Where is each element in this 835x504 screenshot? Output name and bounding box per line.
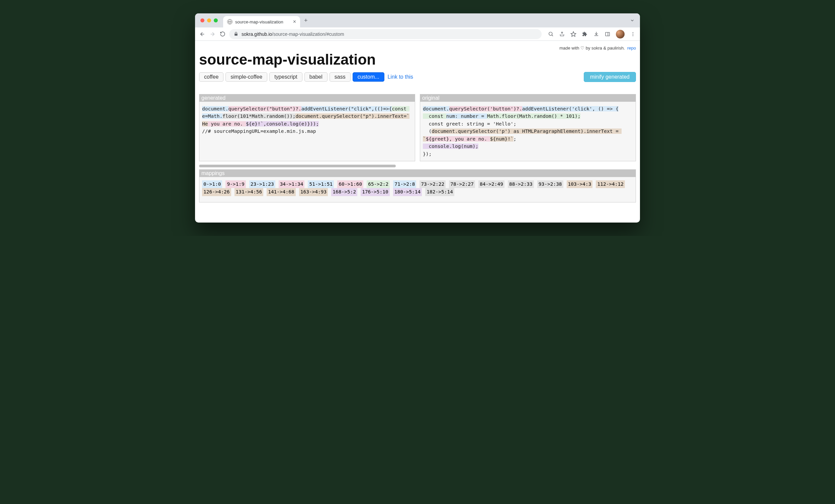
profile-avatar[interactable] xyxy=(616,30,625,39)
page-content: made with ♡ by sokra & paulirish. repo s… xyxy=(195,41,640,223)
credit-line: made with ♡ by sokra & paulirish. repo xyxy=(199,45,636,51)
svg-point-2 xyxy=(549,32,552,36)
mapping-entry[interactable]: 73->2:22 xyxy=(420,180,446,188)
mapping-entry[interactable]: 51->1:51 xyxy=(308,180,334,188)
close-tab-icon[interactable]: × xyxy=(293,19,296,24)
repo-link[interactable]: repo xyxy=(627,45,636,51)
mapping-entry[interactable]: 0->1:0 xyxy=(202,180,222,188)
mapping-entry[interactable]: 126->4:26 xyxy=(202,188,231,196)
mapping-entry[interactable]: 84->2:49 xyxy=(478,180,505,188)
original-header: original xyxy=(420,94,636,102)
mapping-entry[interactable]: 88->2:33 xyxy=(508,180,534,188)
mapping-entry[interactable]: 112->4:12 xyxy=(596,180,625,188)
close-window-button[interactable] xyxy=(200,18,204,22)
mapping-entry[interactable]: 60->1:60 xyxy=(337,180,363,188)
credit-authors: sokra & paulirish. xyxy=(591,45,625,51)
mapping-entry[interactable]: 168->5:2 xyxy=(331,188,357,196)
horizontal-scrollbar[interactable] xyxy=(199,165,396,167)
svg-marker-5 xyxy=(571,32,576,36)
mapping-entry[interactable]: 65->2:2 xyxy=(367,180,390,188)
sidepanel-icon[interactable] xyxy=(605,31,611,37)
share-icon[interactable] xyxy=(559,31,565,37)
reload-button[interactable] xyxy=(219,31,226,38)
browser-tab[interactable]: source-map-visualization × xyxy=(223,16,300,27)
mapping-entry[interactable]: 131->4:56 xyxy=(235,188,264,196)
minify-generated-button[interactable]: minify generated xyxy=(584,72,636,82)
credit-prefix: made with ♡ by xyxy=(559,45,591,51)
mapping-entry[interactable]: 71->2:8 xyxy=(393,180,416,188)
back-button[interactable] xyxy=(199,31,206,38)
address-bar: sokra.github.io/source-map-visualization… xyxy=(195,27,640,41)
tab-typescript[interactable]: typescript xyxy=(269,72,302,82)
generated-header: generated xyxy=(199,94,415,102)
svg-point-10 xyxy=(633,35,633,36)
browser-window: source-map-visualization × + sokra.githu… xyxy=(195,13,640,223)
code-panels: generated document.querySelector("button… xyxy=(199,94,636,161)
original-code[interactable]: document.querySelector('button')?.addEve… xyxy=(420,102,636,161)
lock-icon xyxy=(234,32,238,36)
downloads-icon[interactable] xyxy=(593,31,599,37)
tab-simple-coffee[interactable]: simple-coffee xyxy=(225,72,267,82)
search-icon[interactable] xyxy=(548,31,554,37)
forward-button[interactable] xyxy=(209,31,216,38)
mappings-panel: mappings 0->1:09->1:923->1:2334->1:3451-… xyxy=(199,169,636,202)
mapping-entry[interactable]: 176->5:10 xyxy=(361,188,390,196)
controls-row: coffee simple-coffee typescript babel sa… xyxy=(199,72,636,82)
tab-title: source-map-visualization xyxy=(235,19,283,24)
svg-point-8 xyxy=(633,32,633,33)
tab-coffee[interactable]: coffee xyxy=(199,72,223,82)
bookmark-star-icon[interactable] xyxy=(570,31,576,37)
tab-bar: source-map-visualization × + xyxy=(195,13,640,27)
generated-code[interactable]: document.querySelector("button")?.addEve… xyxy=(199,102,415,139)
tabs-dropdown-icon[interactable] xyxy=(630,18,640,23)
tab-babel[interactable]: babel xyxy=(304,72,327,82)
kebab-menu-icon[interactable] xyxy=(630,31,636,37)
mapping-entry[interactable]: 141->4:68 xyxy=(267,188,296,196)
maximize-window-button[interactable] xyxy=(214,18,218,22)
original-panel: original document.querySelector('button'… xyxy=(420,94,636,161)
mapping-entry[interactable]: 34->1:34 xyxy=(279,180,305,188)
mapping-entry[interactable]: 163->4:93 xyxy=(299,188,328,196)
traffic-lights xyxy=(195,18,223,22)
generated-panel: generated document.querySelector("button… xyxy=(199,94,415,161)
new-tab-button[interactable]: + xyxy=(300,17,312,24)
mappings-header: mappings xyxy=(199,170,636,177)
mapping-entry[interactable]: 103->4:3 xyxy=(567,180,593,188)
mapping-entry[interactable]: 9->1:9 xyxy=(225,180,246,188)
mapping-entry[interactable]: 23->1:23 xyxy=(249,180,275,188)
mappings-list: 0->1:09->1:923->1:2334->1:3451->1:5160->… xyxy=(199,177,636,202)
page-title: source-map-visualization xyxy=(199,51,636,68)
tab-sass[interactable]: sass xyxy=(329,72,351,82)
url-text: sokra.github.io/source-map-visualization… xyxy=(242,32,344,37)
svg-point-9 xyxy=(633,34,633,34)
minimize-window-button[interactable] xyxy=(207,18,211,22)
mapping-entry[interactable]: 180->5:14 xyxy=(393,188,422,196)
mapping-entry[interactable]: 78->2:27 xyxy=(449,180,475,188)
mapping-entry[interactable]: 182->5:14 xyxy=(425,188,454,196)
globe-icon xyxy=(227,19,232,24)
extensions-icon[interactable] xyxy=(582,31,588,37)
permalink[interactable]: Link to this xyxy=(388,74,413,80)
toolbar-icons xyxy=(545,30,636,39)
tab-custom[interactable]: custom... xyxy=(352,72,384,82)
svg-line-3 xyxy=(552,35,553,36)
mapping-entry[interactable]: 93->2:38 xyxy=(537,180,563,188)
svg-rect-6 xyxy=(606,32,610,36)
url-field[interactable]: sokra.github.io/source-map-visualization… xyxy=(229,29,542,39)
